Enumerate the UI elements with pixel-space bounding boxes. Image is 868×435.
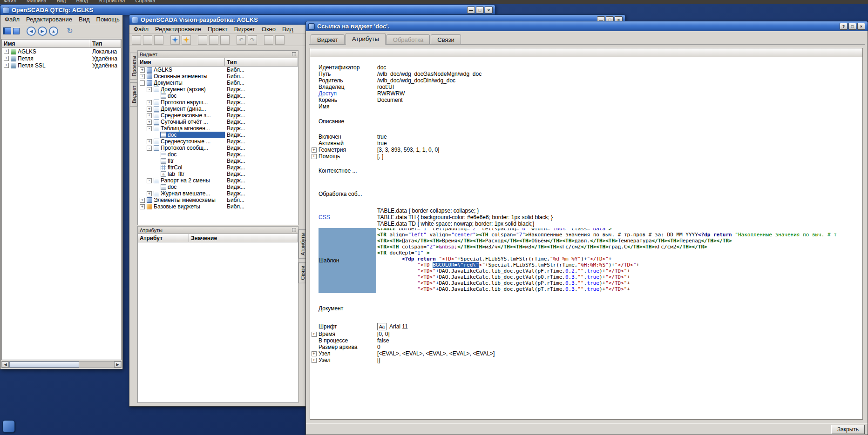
pin-icon[interactable] <box>292 52 296 56</box>
copy-icon[interactable] <box>209 35 218 45</box>
expand-icon[interactable]: + <box>4 56 9 61</box>
help-button[interactable]: ? <box>840 23 848 30</box>
collapse-icon[interactable]: - <box>147 126 152 131</box>
attribute-row[interactable]: +Геометрия[3, 3, 893, 593, 1, 1, 0, 0] <box>310 147 862 153</box>
tree-row[interactable]: +AGLKSЛокальна <box>2 48 121 55</box>
expand-icon[interactable]: + <box>312 147 317 153</box>
attribute-row[interactable]: Шаблон<TABLE border="1" cellpadding="2" … <box>310 228 862 293</box>
cut-icon[interactable] <box>198 35 207 45</box>
host-menu-item[interactable]: Вид <box>57 0 66 4</box>
tree-row[interactable]: -Таблица мгновен...Видж... <box>138 125 298 132</box>
expand-icon[interactable]: + <box>140 204 145 209</box>
menu-item[interactable]: Вид <box>75 15 93 24</box>
maximize-button[interactable]: □ <box>848 23 856 30</box>
tree-row[interactable]: +Документ (дина...Видж... <box>138 106 298 112</box>
tree-row[interactable]: +Протокол наруш...Видж... <box>138 99 298 106</box>
tree-row[interactable]: docВидж... <box>138 151 298 158</box>
zoom-out-icon[interactable] <box>275 35 285 45</box>
menu-item[interactable]: Помощь <box>93 15 123 24</box>
attribute-row[interactable]: +Помощь[, ] <box>310 153 862 160</box>
attribute-row[interactable]: ШрифтAaArial 11 <box>310 322 862 331</box>
close-dialog-button[interactable]: Закрыть <box>831 425 865 434</box>
up-button[interactable]: ▲ <box>49 27 58 36</box>
expand-icon[interactable]: + <box>4 63 9 68</box>
taskbar-launcher-icon[interactable] <box>2 420 15 433</box>
paste-icon[interactable] <box>220 35 230 45</box>
attribute-row[interactable]: Идентификаторdoc <box>310 64 862 71</box>
horizontal-scrollbar[interactable]: ◀ ▶ <box>1 361 122 368</box>
expand-icon[interactable]: + <box>312 154 317 159</box>
tree-row[interactable]: fltrВидж... <box>138 158 298 164</box>
collapse-icon[interactable]: - <box>140 80 145 86</box>
template-code-editor[interactable]: <TABLE border="1" cellpadding="2" cellsp… <box>376 228 862 293</box>
expand-icon[interactable]: + <box>312 351 317 356</box>
tree-row[interactable]: +Элементы мнемосхемыБибл... <box>138 197 298 203</box>
tab-attributes[interactable]: Атрибуты <box>346 33 386 45</box>
tab-processing[interactable]: Обработка <box>387 34 430 44</box>
maximize-button[interactable]: □ <box>476 7 484 13</box>
tree-row[interactable]: +ПетляУдалённа <box>2 55 121 62</box>
back-button[interactable]: ◀ <box>27 27 36 36</box>
widget-dock-titlebar[interactable]: Виджет <box>138 51 298 58</box>
menu-item[interactable]: Вид <box>279 25 297 33</box>
minimize-button[interactable]: — <box>467 7 475 13</box>
expand-icon[interactable]: + <box>147 139 152 144</box>
close-button[interactable]: × <box>857 23 865 30</box>
new-icon[interactable] <box>132 35 141 45</box>
dialog-titlebar[interactable]: Ссылка на виджет 'doc'. ?□× <box>305 21 868 31</box>
attribute-row[interactable]: Путь/wlb_doc/wdg_docGasNodeMgn/wdg_doc <box>310 71 862 77</box>
pin-icon[interactable] <box>292 228 296 232</box>
load-icon[interactable] <box>143 35 152 45</box>
tab-links[interactable]: Связи <box>431 34 461 44</box>
browser-book-icon[interactable] <box>3 27 11 34</box>
attribute-row[interactable]: Документ <box>310 305 862 312</box>
attribute-row[interactable]: Размер архива0 <box>310 344 862 350</box>
tree-row[interactable]: docВидж... <box>138 132 298 138</box>
tree-row[interactable]: +Петля SSLУдалённа <box>2 62 121 69</box>
refresh-button[interactable]: ↻ <box>65 27 75 35</box>
scroll-left-icon[interactable]: ◀ <box>2 361 9 368</box>
host-menu-item[interactable]: Машина <box>27 0 47 4</box>
run-development-icon[interactable] <box>170 35 180 45</box>
column-header[interactable]: Тип <box>90 40 121 48</box>
expand-icon[interactable]: + <box>140 67 145 73</box>
qtcfg-titlebar[interactable]: OpenSCADA QTCfg: AGLKS —□× <box>0 5 495 15</box>
tree-row[interactable]: -Документ (архив)Видж... <box>138 86 298 93</box>
tree-row[interactable]: +Суточный отчёт ...Видж... <box>138 119 298 125</box>
attribute-row[interactable]: +Время[0, 0] <box>310 331 862 337</box>
tree-row[interactable]: docВидж... <box>138 184 298 190</box>
attribute-row[interactable]: CSSTABLE.data { border-collapse: collaps… <box>310 207 862 227</box>
undo-icon[interactable]: ↶ <box>237 35 246 45</box>
expand-icon[interactable]: + <box>147 113 152 118</box>
tree-row[interactable]: docВидж... <box>138 93 298 99</box>
tree-row[interactable]: +Основные элементыБибл... <box>138 73 298 80</box>
save-icon[interactable] <box>154 35 163 45</box>
column-header[interactable]: Имя <box>138 58 225 67</box>
attribute-row[interactable]: +Узел[] <box>310 357 862 363</box>
attribute-row[interactable]: Обработка соб... <box>310 191 862 197</box>
attributes-dock-titlebar[interactable]: Атрибуты <box>138 227 298 234</box>
menu-item[interactable]: Окно <box>258 25 279 33</box>
host-menu-item[interactable]: Справка <box>135 0 155 4</box>
expand-icon[interactable]: + <box>147 100 152 105</box>
tree-row[interactable]: +Среднесуточные ...Видж... <box>138 138 298 145</box>
zoom-in-icon[interactable] <box>264 35 273 45</box>
tree-row[interactable]: +AGLKSБибл... <box>138 67 298 73</box>
column-header[interactable]: Значение <box>189 234 298 242</box>
attribute-row[interactable]: ДоступRWRWRW <box>310 90 862 97</box>
menu-item[interactable]: Проект <box>204 25 231 33</box>
attribute-row[interactable]: Владелецroot:UI <box>310 84 862 90</box>
attribute-row[interactable]: Активныйtrue <box>310 140 862 147</box>
attribute-row[interactable]: Описание <box>310 118 862 125</box>
attribute-row[interactable]: Родитель/wlb_doc/wdg_docDin/wdg_doc <box>310 77 862 84</box>
tree-row[interactable]: alab_fltrВидж... <box>138 171 298 177</box>
expand-icon[interactable]: + <box>312 358 317 363</box>
scrollbar-track[interactable] <box>79 361 114 368</box>
column-header[interactable]: Тип <box>225 58 298 67</box>
tree-row[interactable]: -ДокументыБибл... <box>138 80 298 86</box>
close-button[interactable]: × <box>485 7 493 13</box>
collapse-icon[interactable]: - <box>147 146 152 151</box>
tree-row[interactable]: -Рапорт на 2 сменыВидж... <box>138 177 298 184</box>
font-picker-button[interactable]: Aa <box>377 323 387 330</box>
dock-tab[interactable]: Проекты <box>130 53 137 80</box>
